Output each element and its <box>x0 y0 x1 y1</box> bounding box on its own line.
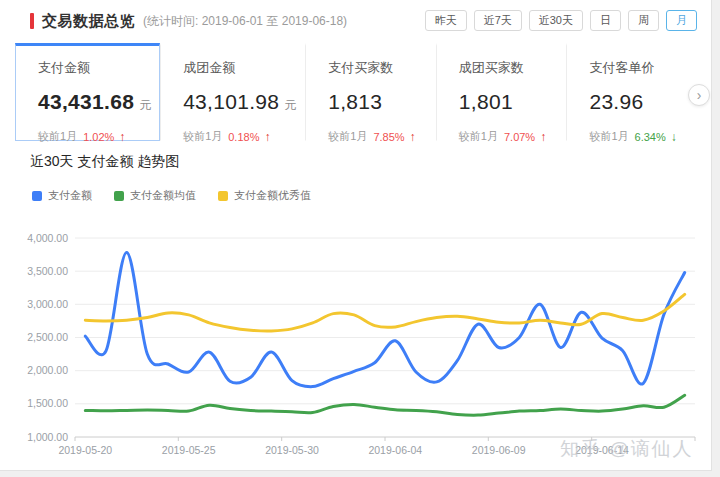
legend-label: 支付金额 <box>48 188 92 203</box>
x-axis-label: 2019-06-04 <box>368 444 422 456</box>
delta-arrow-icon: ↑ <box>119 130 125 144</box>
card-compare: 较前1月 7.07% ↑ <box>459 129 558 144</box>
stat-card-payment-amount[interactable]: 支付金额 43,431.68 元 较前1月 1.02% ↑ <box>15 43 160 141</box>
card-label: 支付金额 <box>38 59 151 77</box>
chart-title: 近30天 支付金额 趋势图 <box>30 153 179 171</box>
card-value: 43,101.98 <box>183 90 279 114</box>
delta-percent: 0.18% <box>228 131 259 143</box>
series-line-0 <box>85 253 684 387</box>
card-value: 23.96 <box>589 90 643 114</box>
stat-card-price-per-customer[interactable]: 支付客单价 23.96 较前1月 6.34% ↓ <box>566 43 697 141</box>
y-axis-label: 3,500.00 <box>27 265 68 277</box>
legend-item-payment-excellent[interactable]: 支付金额优秀值 <box>218 188 311 203</box>
delta-percent: 6.34% <box>635 131 666 143</box>
card-unit: 元 <box>284 97 296 114</box>
delta-arrow-icon: ↑ <box>410 130 416 144</box>
card-label: 成团买家数 <box>459 59 558 77</box>
series-line-1 <box>85 395 684 415</box>
watermark: 知乎 @谪仙人 <box>560 436 694 462</box>
compare-prefix: 较前1月 <box>183 129 222 144</box>
carousel-next-button[interactable]: › <box>688 84 710 106</box>
x-axis-label: 2019-05-25 <box>162 444 216 456</box>
trend-chart: 4,000.003,500.003,000.002,500.002,000.00… <box>6 222 712 462</box>
compare-prefix: 较前1月 <box>459 129 498 144</box>
delta-percent: 1.02% <box>83 131 114 143</box>
card-compare: 较前1月 1.02% ↑ <box>38 129 151 144</box>
stat-card-paying-buyers[interactable]: 支付买家数 1,813 较前1月 7.85% ↑ <box>305 43 436 141</box>
legend-swatch-yellow <box>218 191 228 201</box>
chevron-right-icon: › <box>697 87 702 103</box>
y-axis-label: 3,000.00 <box>27 298 68 310</box>
x-axis-label: 2019-06-09 <box>472 444 526 456</box>
card-compare: 较前1月 6.34% ↓ <box>589 129 688 144</box>
card-value: 1,813 <box>328 90 382 114</box>
range-button-last30days[interactable]: 近30天 <box>529 10 583 31</box>
card-value-row: 23.96 <box>589 90 688 114</box>
date-range-buttons: 昨天 近7天 近30天 日 周 月 <box>425 10 697 31</box>
card-compare: 较前1月 7.85% ↑ <box>328 129 427 144</box>
card-value-row: 43,101.98 元 <box>183 90 296 114</box>
range-button-month[interactable]: 月 <box>666 10 697 31</box>
card-value-row: 1,801 <box>459 90 558 114</box>
delta-arrow-icon: ↑ <box>264 130 270 144</box>
delta-percent: 7.07% <box>504 131 535 143</box>
compare-prefix: 较前1月 <box>38 129 77 144</box>
card-value-row: 1,813 <box>328 90 427 114</box>
y-axis-label: 2,500.00 <box>27 331 68 343</box>
legend-swatch-blue <box>32 191 42 201</box>
panel-header: 交易数据总览 (统计时间: 2019-06-01 至 2019-06-18) <box>30 10 347 32</box>
delta-percent: 7.85% <box>373 131 404 143</box>
card-value-row: 43,431.68 元 <box>38 90 151 114</box>
compare-prefix: 较前1月 <box>328 129 367 144</box>
stat-card-group-amount[interactable]: 成团金额 43,101.98 元 较前1月 0.18% ↑ <box>160 43 305 141</box>
range-button-last7days[interactable]: 近7天 <box>474 10 522 31</box>
y-axis-label: 1,000.00 <box>27 431 68 443</box>
range-button-yesterday[interactable]: 昨天 <box>425 10 467 31</box>
x-axis-label: 2019-05-30 <box>265 444 319 456</box>
legend-item-payment-average[interactable]: 支付金额均值 <box>114 188 196 203</box>
y-axis-label: 2,000.00 <box>27 364 68 376</box>
page-title: 交易数据总览 <box>42 12 135 31</box>
title-accent-bar <box>30 13 34 29</box>
card-label: 支付客单价 <box>589 59 688 77</box>
stat-cards: 支付金额 43,431.68 元 较前1月 1.02% ↑ 成团金额 43,10… <box>15 43 697 141</box>
card-unit: 元 <box>139 97 151 114</box>
legend-label: 支付金额优秀值 <box>234 188 311 203</box>
card-label: 成团金额 <box>183 59 296 77</box>
range-button-day[interactable]: 日 <box>590 10 621 31</box>
legend-swatch-green <box>114 191 124 201</box>
card-compare: 较前1月 0.18% ↑ <box>183 129 296 144</box>
trade-overview-panel: 交易数据总览 (统计时间: 2019-06-01 至 2019-06-18) 昨… <box>0 0 712 471</box>
delta-arrow-icon: ↑ <box>540 130 546 144</box>
legend-label: 支付金额均值 <box>130 188 196 203</box>
y-axis-label: 1,500.00 <box>27 397 68 409</box>
card-label: 支付买家数 <box>328 59 427 77</box>
y-axis-label: 4,000.00 <box>27 232 68 244</box>
stats-period: (统计时间: 2019-06-01 至 2019-06-18) <box>143 13 347 30</box>
chart-legend: 支付金额 支付金额均值 支付金额优秀值 <box>32 188 311 203</box>
range-button-week[interactable]: 周 <box>628 10 659 31</box>
stat-card-group-buyers[interactable]: 成团买家数 1,801 较前1月 7.07% ↑ <box>436 43 567 141</box>
delta-arrow-icon: ↓ <box>671 130 677 144</box>
card-value: 1,801 <box>459 90 513 114</box>
card-value: 43,431.68 <box>38 90 134 114</box>
x-axis-label: 2019-05-20 <box>58 444 112 456</box>
legend-item-payment-amount[interactable]: 支付金额 <box>32 188 92 203</box>
compare-prefix: 较前1月 <box>589 129 628 144</box>
